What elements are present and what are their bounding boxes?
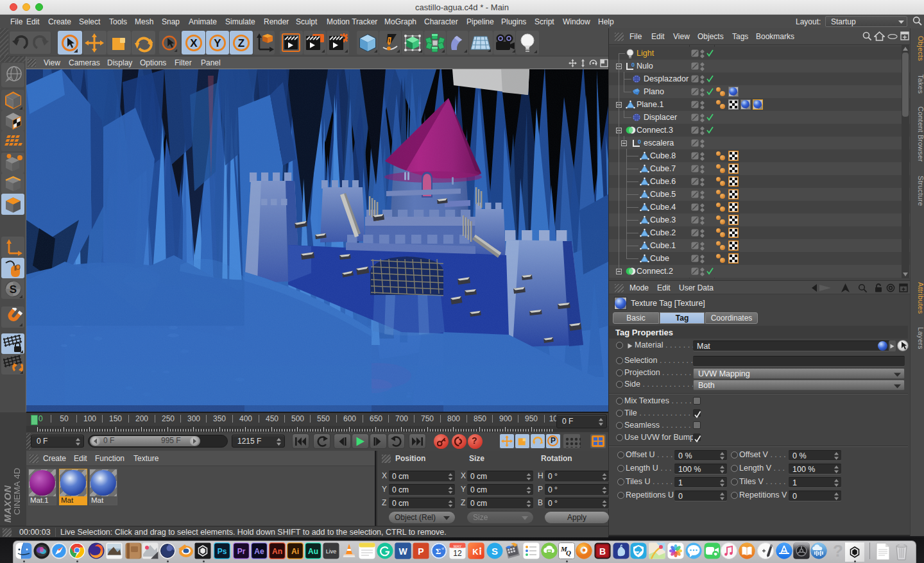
svg-text:α: α (441, 546, 444, 551)
svg-text:MAY: MAY (454, 544, 462, 548)
svg-text:Pr: Pr (237, 547, 246, 556)
svg-text:B: B (599, 546, 606, 557)
svg-text:Q: Q (566, 549, 571, 557)
svg-text:S: S (492, 546, 498, 557)
svg-text:0: 0 (638, 139, 641, 145)
svg-text:An: An (272, 547, 282, 556)
svg-text:?: ? (833, 542, 843, 559)
svg-text:Σ: Σ (436, 546, 441, 556)
svg-text:W: W (398, 546, 407, 557)
svg-text:Ps: Ps (218, 547, 227, 556)
svg-text:Live: Live (326, 548, 337, 555)
svg-text:S: S (10, 283, 17, 296)
svg-text:K: K (472, 547, 479, 557)
svg-text:Ae: Ae (254, 547, 264, 556)
svg-text:0: 0 (631, 62, 635, 68)
svg-text:Ai: Ai (291, 547, 299, 556)
svg-text:Z: Z (238, 37, 244, 49)
svg-text:X: X (190, 37, 198, 49)
svg-text:Au: Au (308, 547, 318, 556)
svg-text:P: P (418, 546, 424, 557)
svg-text:12: 12 (453, 549, 462, 558)
svg-text:Y: Y (214, 37, 221, 49)
